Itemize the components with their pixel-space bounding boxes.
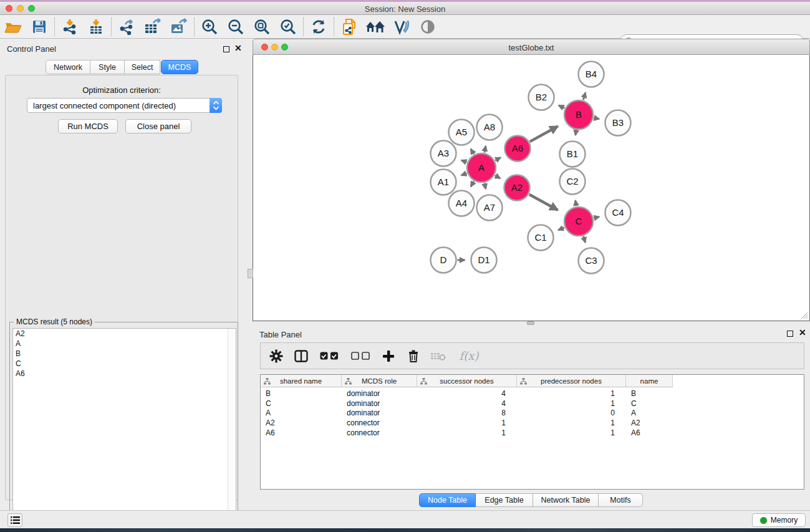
node-table[interactable]: shared nameMCDS rolesuccessor nodesprede… bbox=[260, 374, 804, 490]
graph-edge[interactable] bbox=[471, 149, 474, 154]
column-header[interactable]: shared name bbox=[261, 375, 342, 387]
graph-edge[interactable] bbox=[594, 217, 599, 218]
graph-edge[interactable] bbox=[529, 195, 558, 210]
style-brush-button[interactable] bbox=[388, 16, 415, 37]
table-cell[interactable]: 4 bbox=[422, 399, 506, 409]
zoom-selected-button[interactable] bbox=[275, 16, 301, 37]
graph-edge[interactable] bbox=[583, 92, 586, 100]
table-settings-button[interactable] bbox=[268, 347, 284, 365]
close-panel-icon[interactable]: ✕ bbox=[234, 44, 242, 52]
tab-network[interactable]: Network bbox=[46, 60, 90, 74]
table-cell[interactable]: A6 bbox=[266, 428, 337, 438]
result-list-item[interactable]: B bbox=[13, 349, 236, 359]
splitter-thumb[interactable] bbox=[248, 269, 253, 278]
result-list-item[interactable]: A2 bbox=[13, 329, 236, 339]
delete-columns-button[interactable] bbox=[405, 347, 422, 365]
table-cell[interactable]: A2 bbox=[631, 418, 668, 428]
column-header[interactable]: predecessor nodes bbox=[517, 375, 626, 387]
tab-motifs[interactable]: Motifs bbox=[599, 493, 643, 507]
tab-style[interactable]: Style bbox=[90, 60, 125, 74]
result-list-item[interactable]: C bbox=[13, 359, 236, 369]
create-column-button[interactable] bbox=[380, 347, 397, 365]
export-network-button[interactable] bbox=[113, 16, 140, 37]
graph-edge[interactable] bbox=[584, 236, 586, 243]
float-panel-icon[interactable] bbox=[787, 331, 793, 337]
select-all-columns-button[interactable] bbox=[318, 347, 340, 365]
graph-edge[interactable] bbox=[530, 126, 558, 142]
import-network-button[interactable] bbox=[57, 16, 83, 37]
result-list-item[interactable]: A6 bbox=[13, 369, 236, 379]
close-panel-button[interactable]: Close panel bbox=[125, 119, 191, 133]
column-header[interactable]: successor nodes bbox=[417, 375, 517, 387]
show-tasks-button[interactable] bbox=[7, 513, 22, 527]
graph-edge[interactable] bbox=[495, 175, 500, 178]
eye-button[interactable] bbox=[415, 16, 441, 37]
tab-node-table[interactable]: Node Table bbox=[419, 493, 476, 507]
tab-network-table[interactable]: Network Table bbox=[533, 493, 599, 507]
table-cell[interactable]: connector bbox=[347, 418, 412, 428]
split-table-button[interactable] bbox=[293, 347, 309, 365]
graph-edge[interactable] bbox=[461, 160, 467, 162]
graph-edge[interactable] bbox=[576, 130, 576, 135]
column-header[interactable]: MCDS role bbox=[342, 375, 417, 387]
function-builder-button[interactable]: f(x) bbox=[455, 347, 483, 365]
table-cell[interactable]: dominator bbox=[347, 389, 412, 399]
graph-edge[interactable] bbox=[594, 118, 599, 119]
table-cell[interactable]: A bbox=[266, 408, 337, 418]
table-cell[interactable]: A6 bbox=[631, 428, 668, 438]
zoom-fit-button[interactable] bbox=[249, 16, 275, 37]
network-file-button[interactable] bbox=[336, 16, 362, 37]
graph-edge[interactable] bbox=[495, 157, 501, 160]
graph-edge[interactable] bbox=[485, 183, 486, 188]
table-cell[interactable]: 1 bbox=[522, 428, 615, 438]
export-image-button[interactable] bbox=[166, 16, 192, 37]
zoom-out-button[interactable] bbox=[223, 16, 249, 37]
table-cell[interactable]: 1 bbox=[422, 418, 506, 428]
table-cell[interactable]: A2 bbox=[266, 418, 337, 428]
table-cell[interactable]: B bbox=[266, 389, 337, 399]
memory-button[interactable]: Memory bbox=[752, 513, 806, 527]
float-panel-icon[interactable] bbox=[223, 46, 229, 52]
network-graph[interactable]: B4B2BB3A8A5A6A3B1AA1C2A2A4A7C4CC1C3DD1 bbox=[253, 55, 809, 320]
resize-grip-icon[interactable] bbox=[801, 312, 808, 319]
result-list-item[interactable]: A bbox=[13, 339, 236, 349]
graph-edge[interactable] bbox=[461, 173, 467, 175]
table-cell[interactable]: dominator bbox=[347, 408, 412, 418]
close-panel-icon[interactable]: ✕ bbox=[799, 328, 806, 337]
run-mcds-button[interactable]: Run MCDS bbox=[58, 119, 118, 133]
table-cell[interactable]: C bbox=[266, 399, 337, 409]
graph-edge[interactable] bbox=[576, 200, 576, 206]
tab-mcds[interactable]: MCDS bbox=[161, 60, 198, 74]
import-table-button[interactable] bbox=[83, 16, 109, 37]
table-cell[interactable]: 0 bbox=[522, 408, 615, 418]
home-button[interactable] bbox=[362, 16, 388, 37]
zoom-in-button[interactable] bbox=[196, 16, 223, 37]
table-cell[interactable]: 1 bbox=[522, 418, 615, 428]
graph-edge[interactable] bbox=[471, 181, 474, 186]
mcds-result-list[interactable]: A2ABCA6 bbox=[12, 328, 236, 532]
tab-edge-table[interactable]: Edge Table bbox=[476, 493, 533, 507]
table-cell[interactable]: dominator bbox=[347, 399, 412, 409]
table-cell[interactable]: A bbox=[631, 408, 668, 418]
delete-table-button[interactable] bbox=[430, 347, 446, 365]
table-cell[interactable]: 1 bbox=[522, 389, 615, 399]
network-canvas[interactable]: B4B2BB3A8A5A6A3B1AA1C2A2A4A7C4CC1C3DD1 bbox=[253, 55, 810, 321]
network-window-titlebar[interactable]: testGlobe.txt bbox=[253, 39, 810, 55]
graph-edge[interactable] bbox=[485, 146, 486, 152]
table-cell[interactable]: connector bbox=[347, 428, 412, 438]
refresh-button[interactable] bbox=[306, 16, 332, 37]
export-table-button[interactable] bbox=[140, 16, 166, 37]
table-cell[interactable]: C bbox=[631, 399, 668, 409]
column-header[interactable]: name bbox=[626, 375, 673, 387]
result-scrollbar[interactable] bbox=[228, 329, 236, 532]
criterion-dropdown[interactable]: largest connected component (directed) bbox=[27, 98, 222, 113]
graph-edge[interactable] bbox=[558, 228, 564, 230]
deselect-all-columns-button[interactable] bbox=[349, 347, 372, 365]
table-cell[interactable]: 1 bbox=[522, 399, 615, 409]
table-cell[interactable]: 1 bbox=[422, 428, 506, 438]
tab-select[interactable]: Select bbox=[125, 60, 160, 74]
table-cell[interactable]: 8 bbox=[422, 408, 506, 418]
table-cell[interactable]: B bbox=[631, 389, 668, 399]
graph-edge[interactable] bbox=[559, 105, 565, 108]
table-cell[interactable]: 4 bbox=[422, 389, 506, 399]
